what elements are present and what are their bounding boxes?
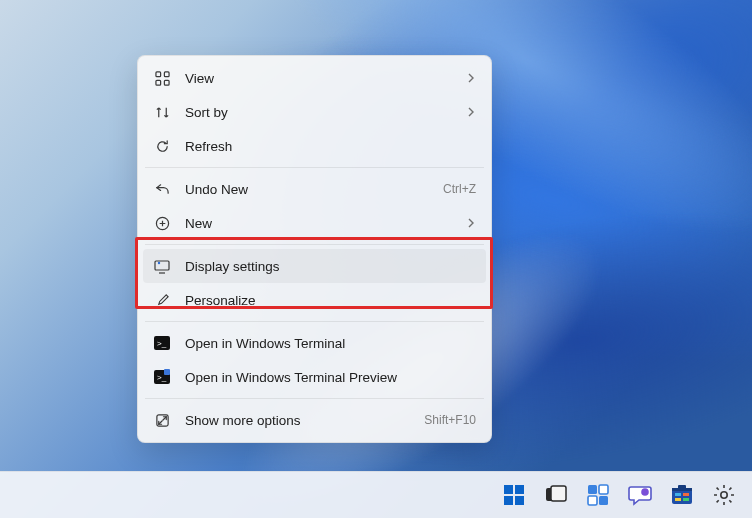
menu-item-undo-new[interactable]: Undo New Ctrl+Z <box>143 172 486 206</box>
svg-rect-23 <box>683 493 689 496</box>
menu-item-label: Refresh <box>185 139 476 154</box>
menu-item-label: View <box>185 71 456 86</box>
menu-item-label: Undo New <box>185 182 433 197</box>
display-settings-icon <box>153 257 171 275</box>
taskbar-app-store-icon[interactable] <box>668 481 696 509</box>
menu-separator <box>145 321 484 322</box>
widgets-button[interactable] <box>584 481 612 509</box>
menu-item-label: Open in Windows Terminal <box>185 336 476 351</box>
svg-rect-24 <box>675 498 681 501</box>
svg-rect-17 <box>599 496 608 505</box>
menu-item-sort-by[interactable]: Sort by <box>143 95 486 129</box>
menu-item-open-terminal[interactable]: >_ Open in Windows Terminal <box>143 326 486 360</box>
svg-rect-25 <box>683 498 689 501</box>
menu-item-label: Personalize <box>185 293 476 308</box>
svg-rect-3 <box>164 80 169 85</box>
chat-button[interactable] <box>626 481 654 509</box>
taskbar <box>0 471 752 518</box>
desktop-context-menu: View Sort by Refresh Undo New <box>137 55 492 443</box>
undo-icon <box>153 180 171 198</box>
chevron-right-icon <box>466 73 476 83</box>
refresh-icon <box>153 137 171 155</box>
svg-rect-22 <box>675 493 681 496</box>
svg-rect-21 <box>678 485 686 489</box>
menu-item-shortcut: Ctrl+Z <box>443 182 476 196</box>
menu-item-label: New <box>185 216 456 231</box>
svg-rect-15 <box>599 485 608 494</box>
menu-item-label: Open in Windows Terminal Preview <box>185 370 476 385</box>
menu-item-open-terminal-preview[interactable]: >_ Open in Windows Terminal Preview <box>143 360 486 394</box>
menu-item-refresh[interactable]: Refresh <box>143 129 486 163</box>
svg-rect-8 <box>504 485 513 494</box>
svg-rect-14 <box>588 485 597 494</box>
menu-item-personalize[interactable]: Personalize <box>143 283 486 317</box>
chevron-right-icon <box>466 107 476 117</box>
svg-rect-11 <box>515 496 524 505</box>
start-button[interactable] <box>500 481 528 509</box>
menu-item-view[interactable]: View <box>143 61 486 95</box>
personalize-brush-icon <box>153 291 171 309</box>
menu-item-label: Display settings <box>185 259 476 274</box>
svg-rect-13 <box>551 486 566 501</box>
svg-point-18 <box>641 488 649 496</box>
menu-item-label: Sort by <box>185 105 456 120</box>
menu-separator <box>145 244 484 245</box>
svg-rect-2 <box>155 80 160 85</box>
svg-rect-0 <box>155 71 160 76</box>
view-grid-icon <box>153 69 171 87</box>
svg-rect-5 <box>155 261 169 270</box>
plus-circle-icon <box>153 214 171 232</box>
svg-rect-9 <box>515 485 524 494</box>
task-view-button[interactable] <box>542 481 570 509</box>
show-more-icon <box>153 411 171 429</box>
menu-separator <box>145 167 484 168</box>
svg-point-6 <box>158 262 160 264</box>
svg-point-26 <box>721 492 727 498</box>
menu-separator <box>145 398 484 399</box>
menu-item-shortcut: Shift+F10 <box>424 413 476 427</box>
svg-rect-10 <box>504 496 513 505</box>
sort-icon <box>153 103 171 121</box>
menu-item-new[interactable]: New <box>143 206 486 240</box>
menu-item-show-more-options[interactable]: Show more options Shift+F10 <box>143 403 486 437</box>
svg-rect-1 <box>164 71 169 76</box>
chevron-right-icon <box>466 218 476 228</box>
terminal-preview-icon: >_ <box>153 368 171 386</box>
svg-rect-16 <box>588 496 597 505</box>
menu-item-display-settings[interactable]: Display settings <box>143 249 486 283</box>
menu-item-label: Show more options <box>185 413 414 428</box>
taskbar-app-settings-icon[interactable] <box>710 481 738 509</box>
terminal-icon: >_ <box>153 334 171 352</box>
